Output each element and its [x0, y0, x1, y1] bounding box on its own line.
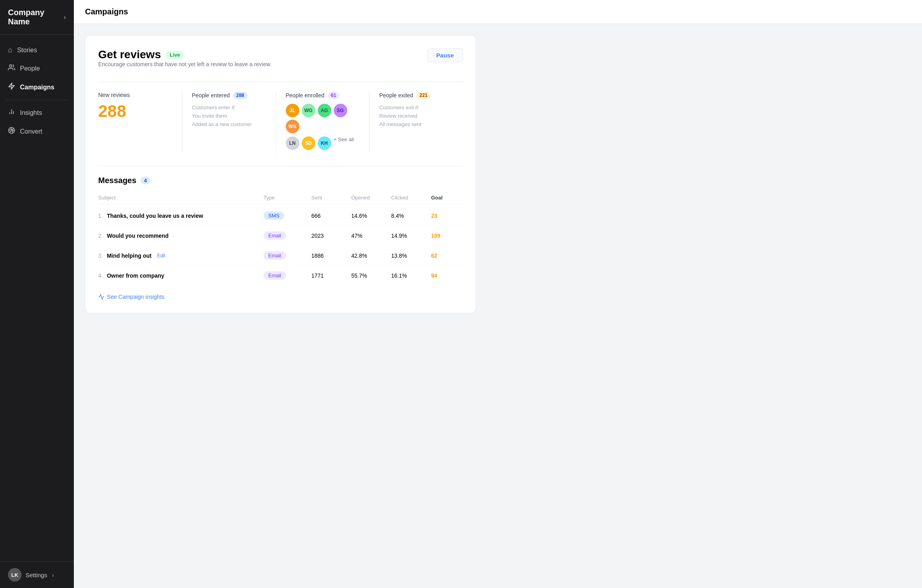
stat-label-enrolled: People enrolled 61 [286, 92, 360, 99]
main-content: Campaigns Get reviews Live Encourage cus… [74, 0, 922, 588]
col-opened: Opened [351, 195, 391, 201]
avatars-row-2: LN SD KH + See all [286, 136, 360, 150]
avatar-ag: AG [318, 104, 331, 117]
stat-desc-exited: Customers exit if: Review received All m… [379, 104, 453, 128]
sidebar-nav: ⌂ Stories People Campaigns Insights [0, 35, 74, 561]
insights-icon [8, 108, 15, 117]
stat-people-enrolled: People enrolled 61 JL WG AG SG WS LN SD … [276, 92, 370, 153]
campaign-title: Get reviews [98, 48, 161, 61]
section-divider [98, 166, 463, 166]
see-all-link[interactable]: + See all [334, 136, 354, 150]
row-type: SMS [263, 211, 311, 220]
pause-button[interactable]: Pause [427, 48, 463, 62]
user-avatar: LK [8, 568, 22, 582]
stats-row: New reviews 288 People entered 288 Custo… [98, 82, 463, 153]
card-title-row: Get reviews Live [98, 48, 271, 61]
row-subject: 3. Mind helping out Edit [98, 253, 263, 259]
row-clicked: 16.1% [391, 272, 431, 279]
type-badge: Email [263, 251, 286, 260]
stat-value-new-reviews: 288 [98, 103, 172, 120]
brand-chevron: › [64, 14, 66, 20]
subject-text: Owner from company [107, 272, 164, 279]
row-sent: 666 [311, 213, 351, 219]
row-subject: 4. Owner from company [98, 272, 263, 279]
home-icon: ⌂ [8, 46, 12, 54]
campaigns-icon [8, 83, 15, 92]
stat-desc-entered: Customers enter if: You invite them Adde… [192, 104, 266, 128]
edit-link[interactable]: Edit [157, 253, 166, 258]
brand-name: Company Name [8, 8, 64, 26]
subject-text: Would you recommend [107, 233, 169, 239]
sidebar-item-label: People [20, 65, 40, 72]
subject-text: Thanks, could you leave us a review [107, 213, 203, 219]
svg-point-0 [10, 65, 12, 67]
sidebar-item-label: Stories [17, 47, 37, 54]
sidebar-item-stories[interactable]: ⌂ Stories [0, 41, 74, 59]
row-goal: 23 [431, 213, 463, 219]
live-badge: Live [166, 51, 184, 59]
row-num: 4. [98, 272, 103, 279]
col-type: Type [263, 195, 311, 201]
sidebar-item-label: Campaigns [20, 84, 54, 91]
type-badge: Email [263, 271, 286, 280]
messages-title: Messages [98, 176, 137, 185]
exited-badge: 221 [416, 92, 431, 99]
avatar-wg: WG [302, 104, 315, 117]
sidebar-brand[interactable]: Company Name › [0, 0, 74, 35]
sidebar-item-people[interactable]: People [0, 59, 74, 78]
row-type: Email [263, 231, 311, 240]
row-clicked: 14.9% [391, 233, 431, 239]
entered-badge: 288 [233, 92, 247, 99]
subject-text: Mind helping out [107, 253, 152, 259]
row-subject: 2. Would you recommend [98, 233, 263, 239]
messages-count: 4 [140, 177, 150, 184]
row-goal: 94 [431, 272, 463, 279]
title-area: Get reviews Live Encourage customers tha… [98, 48, 271, 79]
stat-new-reviews: New reviews 288 [98, 92, 182, 153]
campaign-subtitle: Encourage customers that have not yet le… [98, 61, 271, 67]
avatar-sg: SG [334, 104, 347, 117]
insights-chart-icon [98, 294, 105, 300]
row-num: 1. [98, 213, 103, 219]
row-opened: 55.7% [351, 272, 391, 279]
insights-link-text: See Campaign insights [107, 294, 164, 300]
stat-people-exited: People exited 221 Customers exit if: Rev… [369, 92, 463, 153]
row-clicked: 8.4% [391, 213, 431, 219]
type-badge: SMS [263, 211, 284, 220]
stat-label-new-reviews: New reviews [98, 92, 172, 98]
enrolled-badge: 61 [328, 92, 339, 99]
col-subject: Subject [98, 195, 263, 201]
people-icon [8, 64, 15, 73]
row-num: 2. [98, 233, 103, 239]
settings-link[interactable]: LK Settings › [0, 561, 74, 588]
col-goal: Goal [431, 195, 463, 201]
message-rows: 1. Thanks, could you leave us a review S… [98, 206, 463, 286]
campaign-card: Get reviews Live Encourage customers tha… [85, 35, 476, 313]
table-row: 1. Thanks, could you leave us a review S… [98, 206, 463, 226]
avatar-ws: WS [286, 120, 299, 133]
table-row: 3. Mind helping out Edit Email 1886 42.8… [98, 246, 463, 266]
sidebar-item-campaigns[interactable]: Campaigns [0, 78, 74, 97]
settings-chevron: › [52, 572, 54, 578]
card-header: Get reviews Live Encourage customers tha… [98, 48, 463, 79]
row-goal: 109 [431, 233, 463, 239]
avatars-row: JL WG AG SG WS [286, 104, 360, 133]
topbar: Campaigns [74, 0, 922, 24]
row-opened: 47% [351, 233, 391, 239]
messages-header: Messages 4 [98, 176, 463, 185]
table-row: 2. Would you recommend Email 2023 47% 14… [98, 226, 463, 246]
svg-marker-1 [9, 83, 14, 89]
sidebar-item-insights[interactable]: Insights [0, 103, 74, 122]
content-area: Get reviews Live Encourage customers tha… [74, 24, 922, 588]
row-sent: 1886 [311, 253, 351, 259]
table-header: Subject Type Sent Opened Clicked Goal [98, 191, 463, 204]
sidebar-item-label: Insights [20, 109, 42, 116]
campaign-insights-link[interactable]: See Campaign insights [98, 294, 463, 300]
avatar-ln: LN [286, 136, 299, 150]
stat-people-entered: People entered 288 Customers enter if: Y… [182, 92, 276, 153]
row-subject: 1. Thanks, could you leave us a review [98, 213, 263, 219]
table-row: 4. Owner from company Email 1771 55.7% 1… [98, 266, 463, 286]
stat-label-entered: People entered 288 [192, 92, 266, 99]
col-sent: Sent [311, 195, 351, 201]
sidebar-item-convert[interactable]: Convert [0, 122, 74, 141]
